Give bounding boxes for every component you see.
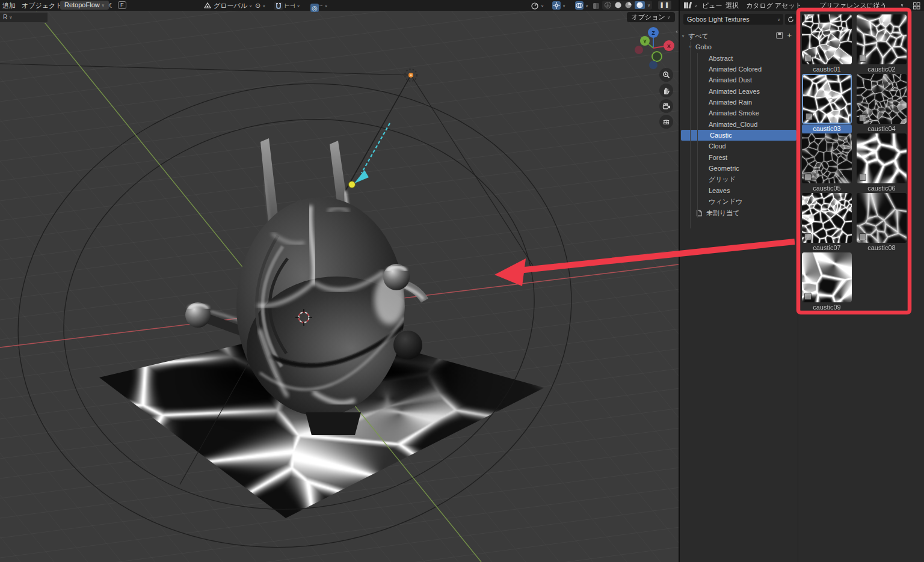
asset-thumbnail-caustic03[interactable]: caustic03: [802, 74, 852, 133]
shading-wireframe-icon[interactable]: [604, 1, 612, 9]
asset-preview[interactable]: [802, 252, 852, 302]
menu-select[interactable]: 選択: [725, 0, 739, 11]
menu-add[interactable]: 追加: [2, 0, 16, 11]
chevron-down-icon: ∨: [102, 3, 105, 7]
proportional-icon: ◎: [310, 4, 319, 12]
import-method-dropdown[interactable]: プリファレンスに従う: [819, 0, 887, 11]
axis-neg-z-ball[interactable]: [649, 61, 658, 69]
tree-expand-caret[interactable]: ∨: [682, 31, 685, 41]
shading-mode-group: ∨: [602, 1, 652, 10]
asset-preview[interactable]: [857, 74, 907, 124]
retopoflow-dropdown[interactable]: RetopoFlow∨: [60, 1, 109, 10]
xray-icon: [592, 2, 600, 10]
gauge-icon: [531, 1, 539, 10]
texture-badge-icon: [804, 293, 812, 300]
asset-thumbnail-caustic02[interactable]: caustic02: [857, 14, 907, 74]
chevron-down-icon: ∨: [585, 4, 588, 8]
options-dropdown[interactable]: オプション∨: [627, 12, 675, 22]
robot-model[interactable]: [185, 138, 427, 435]
texture-badge-icon: [804, 55, 812, 62]
asset-preview[interactable]: [857, 14, 907, 64]
zoom-tool[interactable]: [659, 68, 673, 82]
axis-neg-y-ball[interactable]: [652, 52, 662, 61]
asset-preview[interactable]: [857, 193, 907, 243]
chevron-down-icon: ∨: [297, 4, 300, 8]
asset-preview[interactable]: [802, 193, 852, 243]
catalog-tree: ∨すべて + ∨GoboAbstractAnimated ColoredAnim…: [680, 31, 798, 218]
asset-thumbnail-caustic09[interactable]: caustic09: [802, 252, 852, 312]
chevron-down-icon: ∨: [262, 4, 265, 8]
toggle-grid-tool[interactable]: [659, 115, 673, 129]
clipped-dropdown[interactable]: R∨: [0, 12, 48, 23]
asset-thumbnail-caustic04[interactable]: caustic04: [857, 74, 907, 133]
chevron-down-icon: ∨: [694, 4, 697, 8]
gizmos-toggle[interactable]: ∨: [552, 0, 565, 11]
refresh-icon: [787, 16, 794, 23]
xray-toggle[interactable]: [592, 1, 600, 11]
asset-name: caustic07: [802, 243, 852, 252]
magnifier-icon: [662, 71, 670, 79]
magnet-icon: [274, 2, 283, 10]
visibility-dropdown[interactable]: ∨: [531, 0, 544, 11]
transform-orientation-dropdown[interactable]: グローバル∨: [203, 0, 252, 11]
chevron-down-icon: ∨: [541, 4, 544, 8]
axis-x-label: X: [667, 43, 671, 49]
shading-rendered-active[interactable]: [635, 1, 645, 9]
asset-thumbnail-caustic05[interactable]: caustic05: [802, 133, 852, 193]
gizmo-icon: [552, 1, 561, 10]
menu-object[interactable]: オブジェクト: [22, 0, 63, 11]
tree-item-all[interactable]: ∨すべて +: [680, 31, 798, 41]
axis-neg-x-ball[interactable]: [635, 46, 643, 54]
texture-badge-icon: [805, 113, 813, 120]
asset-preview[interactable]: [802, 74, 852, 124]
navigation-gizmo[interactable]: Z Y X: [630, 23, 677, 71]
viewport-scene: [0, 0, 680, 562]
pause-button[interactable]: ❚❚: [658, 1, 671, 10]
snap-toggle[interactable]: ⊢⊣∨: [274, 0, 300, 11]
3d-viewport[interactable]: 追加 オブジェクト RetopoFlow∨ ☾ F グローバル∨ ⊙∨ ⊢⊣∨ …: [0, 0, 680, 562]
pivot-point-dropdown[interactable]: ⊙∨: [255, 0, 265, 11]
chevron-down-icon: ∨: [562, 4, 565, 8]
axis-z-label: Z: [651, 30, 655, 36]
f-badge[interactable]: F: [118, 1, 126, 9]
moon-icon[interactable]: ☾: [108, 0, 114, 11]
asset-name: caustic02: [857, 65, 907, 74]
refresh-library-button[interactable]: [785, 14, 796, 25]
shading-solid-icon[interactable]: [614, 1, 622, 9]
asset-preview[interactable]: [857, 133, 907, 183]
asset-name: caustic03: [802, 124, 852, 133]
viewport-header: 追加 オブジェクト RetopoFlow∨ ☾ F グローバル∨ ⊙∨ ⊢⊣∨ …: [0, 0, 680, 11]
asset-preview[interactable]: [802, 133, 852, 183]
shading-material-icon[interactable]: [624, 1, 632, 9]
light-target-point[interactable]: [349, 182, 356, 188]
asset-library-dropdown[interactable]: Gobos Light Textures ∨: [683, 14, 783, 25]
editor-type-dropdown[interactable]: ∨: [683, 0, 697, 11]
overlays-toggle[interactable]: ∨: [575, 0, 588, 11]
asset-name: caustic09: [802, 303, 852, 312]
menu-view[interactable]: ビュー: [702, 0, 722, 11]
asset-thumbnail-caustic01[interactable]: caustic01: [802, 14, 852, 74]
tree-item-gobo[interactable]: ∨Gobo: [680, 41, 798, 52]
asset-thumbnail-caustic06[interactable]: caustic06: [857, 133, 907, 193]
proportional-edit-toggle[interactable]: ◎~∨: [310, 0, 328, 11]
chevron-down-icon: ∨: [777, 14, 780, 25]
hand-icon: [662, 87, 670, 94]
save-catalogs-icon[interactable]: [776, 32, 783, 39]
menu-asset[interactable]: アセット: [775, 0, 802, 11]
add-catalog-button[interactable]: +: [787, 32, 792, 39]
asset-preview[interactable]: [802, 14, 852, 64]
asset-thumbnail-caustic07[interactable]: caustic07: [802, 193, 852, 252]
texture-badge-icon: [859, 55, 866, 62]
asset-name: caustic05: [802, 184, 852, 193]
chevron-down-icon: ∨: [9, 15, 12, 19]
menu-catalog[interactable]: カタログ: [746, 0, 773, 11]
cyan-pointer-arrow: [354, 123, 390, 183]
tree-item-caustic[interactable]: Caustic: [681, 130, 796, 141]
camera-view-tool[interactable]: [659, 99, 673, 113]
texture-badge-icon: [859, 114, 866, 121]
shading-rendered-icon: [636, 1, 644, 9]
asset-thumbnail-caustic08[interactable]: caustic08: [857, 193, 907, 252]
pan-tool[interactable]: [659, 84, 673, 97]
asset-browser-header: ∨ ビュー 選択 カタログ アセット プリファレンスに従う ∨: [680, 0, 924, 11]
overlays-icon: [575, 1, 584, 10]
